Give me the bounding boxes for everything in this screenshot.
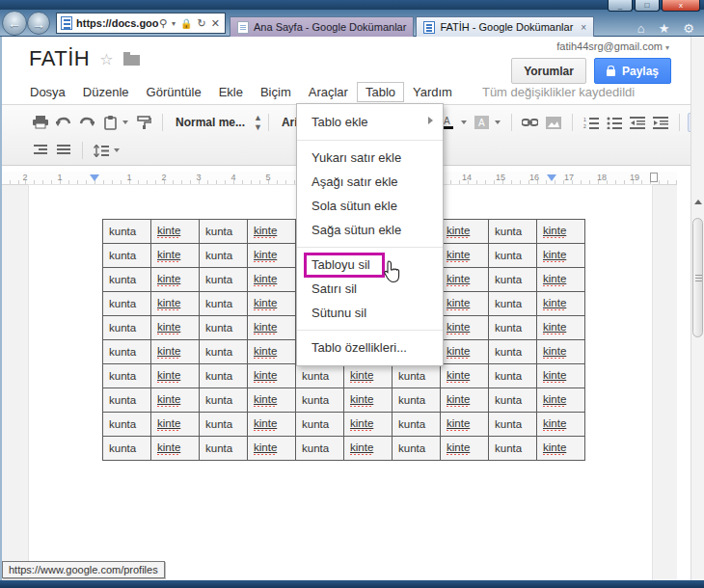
search-icon[interactable]: ⚲ [159,17,167,30]
menu-item-sola-s-tun-ekle[interactable]: Sola sütun ekle [297,194,443,218]
table-cell[interactable]: kinte [537,316,585,340]
table-cell[interactable]: kinte [151,388,200,413]
table-cell[interactable]: kunta [393,364,441,388]
table-cell[interactable]: kunta [103,244,151,268]
highlight-color-icon[interactable]: A [472,113,493,132]
menu-tablo[interactable]: Tablo [357,82,404,102]
table-cell[interactable]: kinte [151,437,200,461]
share-button[interactable]: Paylaş [594,58,671,84]
menu-araçlar[interactable]: Araçlar [300,82,357,102]
table-cell[interactable]: kinte [248,437,296,461]
table-cell[interactable]: kinte [151,413,200,437]
back-button[interactable]: ← [2,11,27,36]
text-color-caret-icon[interactable] [461,120,467,124]
table-cell[interactable]: kinte [151,340,200,364]
table-cell[interactable]: kunta [103,364,151,388]
table-cell[interactable]: kinte [151,268,200,292]
insert-link-icon[interactable] [520,113,541,132]
table-cell[interactable]: kunta [200,413,248,437]
table-cell[interactable]: kinte [151,244,200,268]
tab-close-icon[interactable]: × [581,22,586,33]
table-cell[interactable]: kinte [441,292,489,316]
vertical-scrollbar[interactable] [690,37,704,580]
close-button[interactable]: x [662,0,700,12]
table-cell[interactable]: kunta [103,316,151,340]
menu-biçim[interactable]: Biçim [252,82,300,102]
table-cell[interactable]: kunta [103,268,151,292]
maximize-button[interactable]: □ [635,0,660,12]
comments-button[interactable]: Yorumlar [511,58,586,84]
table-cell[interactable]: kunta [200,292,248,316]
star-document-icon[interactable]: ☆ [99,50,113,68]
table-cell[interactable]: kunta [489,413,537,437]
menu-item-tablo-ekle[interactable]: Tablo ekle [297,110,443,134]
table-cell[interactable]: kunta [489,316,537,340]
table-cell[interactable]: kunta [296,364,344,388]
style-stepper-icon[interactable]: ▲▼ [254,113,261,132]
table-cell[interactable]: kunta [296,413,344,437]
table-cell[interactable]: kinte [248,268,296,292]
table-cell[interactable]: kinte [248,364,296,388]
dropdown-caret-icon[interactable]: ▾ [172,19,176,28]
tab-ana-sayfa[interactable]: Ana Sayfa - Google Dokümanlar [230,16,414,37]
table-cell[interactable]: kinte [344,413,393,437]
refresh-icon[interactable]: ↻ [198,17,206,30]
table-cell[interactable]: kinte [441,413,489,437]
stop-icon[interactable]: ✕ [211,17,220,30]
table-cell[interactable]: kinte [441,364,489,388]
table-cell[interactable]: kinte [441,268,489,292]
table-cell[interactable]: kunta [489,244,537,268]
account-menu[interactable]: fatih44srg@gmail.com ▾ [556,40,669,52]
table-cell[interactable]: kinte [248,316,296,340]
table-cell[interactable]: kunta [200,244,248,268]
table-cell[interactable]: kunta [200,364,248,388]
table-cell[interactable]: kunta [393,437,441,461]
table-cell[interactable]: kinte [441,316,489,340]
menu-item-yukar-sat-r-ekle[interactable]: Yukarı satır ekle [297,146,443,170]
table-cell[interactable]: kinte [441,220,489,244]
menu-item-tabloyu-sil[interactable]: Tabloyu sil [297,253,443,277]
menu-görüntüle[interactable]: Görüntüle [138,82,210,102]
forward-button[interactable]: → [27,12,50,35]
table-cell[interactable]: kinte [537,244,585,268]
table-cell[interactable]: kunta [103,220,151,244]
table-cell[interactable]: kunta [393,388,441,413]
line-spacing-caret-icon[interactable] [114,148,120,152]
table-cell[interactable]: kinte [441,388,489,413]
address-bar[interactable]: https://docs.goo... ⚲ ▾ 🔒 ↻ ✕ [56,13,226,34]
table-cell[interactable]: kinte [537,413,585,437]
table-cell[interactable]: kunta [103,340,151,364]
home-icon[interactable]: ⌂ [637,21,645,36]
table-cell[interactable]: kunta [296,437,344,461]
table-cell[interactable]: kunta [489,268,537,292]
table-cell[interactable]: kinte [248,292,296,316]
table-cell[interactable]: kunta [200,268,248,292]
table-cell[interactable]: kinte [344,364,393,388]
paste-caret-icon[interactable] [122,120,128,124]
table-cell[interactable]: kunta [200,220,248,244]
table-cell[interactable]: kinte [151,220,200,244]
bulleted-list-icon[interactable] [604,113,625,132]
increase-indent-icon[interactable] [650,113,671,132]
menu-item-sa-a-s-tun-ekle[interactable]: Sağa sütun ekle [297,218,443,242]
table-cell[interactable]: kunta [103,413,151,437]
table-cell[interactable]: kinte [344,388,393,413]
tab-fatih[interactable]: FATİH - Google Dokümanlar × [416,16,594,37]
redo-icon[interactable] [76,113,97,132]
folder-icon[interactable] [123,55,140,66]
table-cell[interactable]: kinte [441,437,489,461]
table-cell[interactable]: kunta [103,437,151,461]
table-cell[interactable]: kinte [151,364,200,388]
table-cell[interactable]: kinte [248,413,296,437]
paste-icon[interactable] [99,113,121,132]
table-cell[interactable]: kinte [248,388,296,413]
table-cell[interactable]: kinte [248,340,296,364]
ruler-indent-marker[interactable] [90,174,99,181]
paint-format-icon[interactable] [133,113,154,132]
table-cell[interactable]: kinte [537,340,585,364]
table-cell[interactable]: kunta [200,437,248,461]
table-cell[interactable]: kinte [537,268,585,292]
table-cell[interactable]: kunta [393,413,441,437]
menu-item-tablo-zellikleri-[interactable]: Tablo özellikleri... [297,335,443,360]
print-icon[interactable] [30,113,51,132]
